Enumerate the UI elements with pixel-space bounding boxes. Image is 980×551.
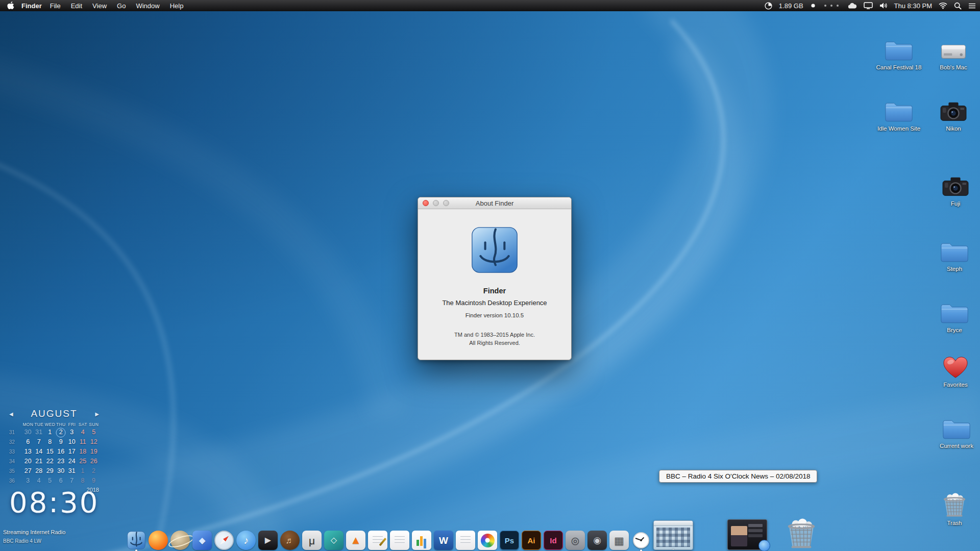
garageband-dock-icon[interactable]: ♬ — [280, 531, 300, 550]
cal-date[interactable]: 4 — [78, 428, 89, 437]
cal-date[interactable]: 1 — [78, 467, 89, 475]
cal-date[interactable]: 19 — [88, 447, 100, 456]
app-menu-title[interactable]: Finder — [21, 2, 42, 10]
keypad-dock-icon[interactable]: ▦ — [609, 531, 629, 550]
record-dot-icon[interactable] — [810, 3, 816, 9]
menu-window[interactable]: Window — [136, 2, 159, 10]
menu-view[interactable]: View — [92, 2, 107, 10]
cal-date[interactable]: 29 — [44, 467, 56, 475]
calendar-prev-icon[interactable]: ◀ — [9, 411, 13, 417]
menu-help[interactable]: Help — [170, 2, 184, 10]
window-grid-dock-icon[interactable] — [653, 520, 693, 550]
cal-date[interactable]: 16 — [56, 447, 67, 456]
cal-date[interactable]: 3 — [66, 428, 78, 437]
cal-date[interactable]: 9 — [56, 438, 67, 446]
wire-trash-dock-icon[interactable] — [783, 517, 820, 550]
grayapp-dock-icon[interactable]: ◎ — [566, 531, 585, 550]
cal-date[interactable]: 13 — [22, 447, 34, 456]
cal-date[interactable]: 23 — [56, 457, 67, 466]
cal-date[interactable]: 9 — [88, 477, 100, 485]
teal-dock-icon[interactable]: ◇ — [324, 531, 344, 550]
cal-date[interactable]: 30 — [22, 428, 34, 437]
timer-icon[interactable] — [765, 2, 772, 10]
desktop-icon-canal-festival-18[interactable]: Canal Festival 18 — [873, 36, 924, 70]
cal-date[interactable]: 21 — [34, 457, 45, 466]
cal-date[interactable]: 18 — [78, 447, 89, 456]
cloud-icon[interactable] — [848, 3, 857, 9]
mu-dock-icon[interactable]: μ — [302, 531, 322, 550]
cal-date[interactable]: 6 — [56, 477, 67, 485]
window-titlebar[interactable]: About Finder — [418, 197, 571, 209]
memory-status[interactable]: 1.89 GB — [779, 2, 803, 10]
id-dock-icon[interactable]: Id — [544, 531, 563, 550]
desktop-icon-favorites[interactable]: Favorites — [930, 353, 980, 388]
cal-date[interactable]: 8 — [44, 438, 56, 446]
media-dock-icon[interactable]: ▶ — [258, 531, 278, 550]
wifi-icon[interactable] — [939, 2, 947, 9]
cal-date[interactable]: 2 — [56, 428, 67, 437]
vlc-dock-icon[interactable]: ▲ — [346, 531, 365, 550]
cal-date[interactable]: 1 — [44, 428, 56, 437]
cal-date[interactable]: 20 — [22, 457, 34, 466]
cal-date[interactable]: 17 — [66, 447, 78, 456]
disk-dock-icon[interactable]: ◉ — [587, 531, 607, 550]
word-dock-icon[interactable]: W — [434, 531, 453, 550]
cal-date[interactable]: 26 — [88, 457, 100, 466]
firefox-dock-icon[interactable] — [149, 531, 168, 550]
display-icon[interactable] — [864, 2, 873, 9]
cal-date[interactable]: 3 — [22, 477, 34, 485]
radio-window-dock-icon[interactable] — [727, 519, 767, 550]
cal-date[interactable]: 7 — [34, 438, 45, 446]
cal-date[interactable]: 30 — [56, 467, 67, 475]
calendar-next-icon[interactable]: ▶ — [95, 411, 99, 417]
planet-dock-icon[interactable] — [170, 531, 190, 550]
cal-date[interactable]: 10 — [66, 438, 78, 446]
finder-dock-icon[interactable] — [127, 531, 146, 550]
bluegem-dock-icon[interactable]: ◆ — [192, 531, 212, 550]
doc-dock-icon[interactable] — [390, 531, 409, 550]
cal-date[interactable]: 12 — [88, 438, 100, 446]
chart-dock-icon[interactable] — [412, 531, 431, 550]
cal-date[interactable]: 5 — [44, 477, 56, 485]
cal-date[interactable]: 27 — [22, 467, 34, 475]
apple-menu[interactable] — [7, 2, 14, 10]
cal-date[interactable]: 24 — [66, 457, 78, 466]
cal-date[interactable]: 22 — [44, 457, 56, 466]
ai-dock-icon[interactable]: Ai — [522, 531, 541, 550]
status-dots-icon[interactable] — [823, 3, 841, 9]
menu-go[interactable]: Go — [117, 2, 126, 10]
cal-date[interactable]: 7 — [66, 477, 78, 485]
desktop-icon-fuji[interactable]: Fuji — [930, 172, 980, 207]
cal-date[interactable]: 4 — [34, 477, 45, 485]
cal-date[interactable]: 31 — [34, 428, 45, 437]
cal-date[interactable]: 15 — [44, 447, 56, 456]
desktop-icon-bob-s-mac[interactable]: Bob's Mac — [928, 36, 979, 70]
cal-date[interactable]: 5 — [88, 428, 100, 437]
menu-edit[interactable]: Edit — [71, 2, 82, 10]
spotlight-icon[interactable] — [954, 2, 962, 10]
doc2-dock-icon[interactable] — [456, 531, 475, 550]
desktop-icon-trash[interactable]: Trash — [929, 491, 980, 526]
desktop-icon-current-work[interactable]: Current work — [931, 414, 980, 449]
cal-date[interactable]: 8 — [78, 477, 89, 485]
cal-date[interactable]: 14 — [34, 447, 45, 456]
desktop-icon-idle-women-site[interactable]: Idle Women Site — [873, 97, 924, 132]
menu-bar-clock[interactable]: Thu 8:30 PM — [894, 2, 932, 10]
desktop-icon-nikon[interactable]: Nikon — [928, 97, 979, 132]
cal-date[interactable]: 31 — [66, 467, 78, 475]
cal-date[interactable]: 25 — [78, 457, 89, 466]
desktop-icon-steph[interactable]: Steph — [929, 237, 980, 272]
desktop-icon-bryce[interactable]: Bryce — [929, 298, 980, 333]
cal-date[interactable]: 2 — [88, 467, 100, 475]
menu-file[interactable]: File — [50, 2, 61, 10]
textedit-dock-icon[interactable] — [368, 531, 387, 550]
volume-icon[interactable] — [879, 2, 888, 9]
itunes-dock-icon[interactable]: ♪ — [236, 531, 256, 550]
photos-dock-icon[interactable] — [478, 531, 497, 550]
notification-center-icon[interactable] — [968, 3, 976, 9]
safari-dock-icon[interactable] — [214, 531, 234, 550]
cal-date[interactable]: 6 — [22, 438, 34, 446]
cal-date[interactable]: 28 — [34, 467, 45, 475]
clock-dock-icon[interactable] — [631, 531, 651, 550]
cal-date[interactable]: 11 — [78, 438, 89, 446]
